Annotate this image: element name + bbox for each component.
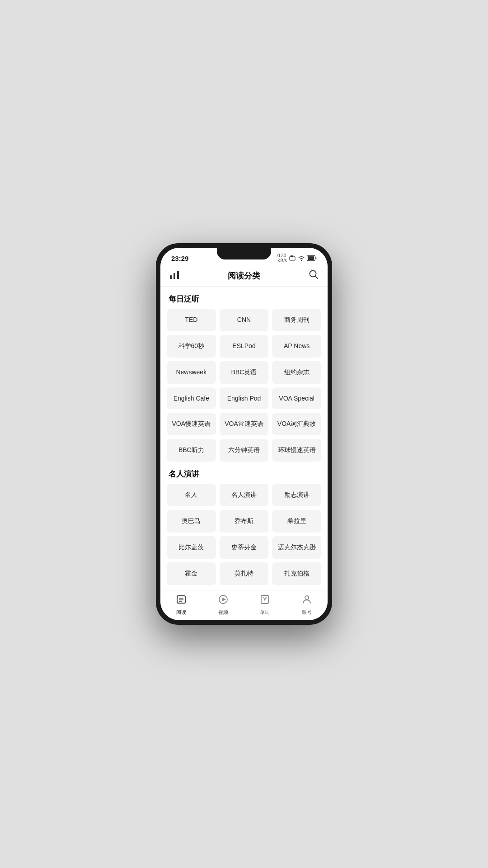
- battery-icon: [307, 255, 317, 261]
- status-time: 23:29: [171, 255, 188, 262]
- category-item[interactable]: 名人: [167, 484, 216, 506]
- category-item[interactable]: VOA慢速英语: [167, 413, 216, 435]
- svg-marker-14: [222, 598, 226, 601]
- svg-rect-1: [291, 255, 293, 257]
- category-item[interactable]: 环球慢速英语: [272, 439, 321, 462]
- category-item[interactable]: English Pod: [220, 387, 269, 409]
- category-item[interactable]: 科学60秒: [167, 335, 216, 358]
- read-icon: [176, 594, 187, 608]
- status-icons: 0.30KB/s: [277, 253, 317, 263]
- category-item[interactable]: 励志演讲: [272, 484, 321, 506]
- svg-point-16: [305, 596, 309, 599]
- nav-read-label: 阅读: [176, 609, 186, 616]
- section-title-celebrity-speeches: 名人演讲: [169, 469, 321, 479]
- category-item[interactable]: AP News: [272, 335, 321, 358]
- bottom-nav: 阅读 视频 单词 账号: [160, 590, 328, 620]
- svg-line-8: [315, 276, 318, 278]
- category-item[interactable]: Newsweek: [167, 361, 216, 384]
- category-item[interactable]: ESLPod: [220, 335, 269, 358]
- nav-word-label: 单词: [260, 609, 270, 616]
- category-item[interactable]: 莫扎特: [220, 562, 269, 585]
- top-nav: 阅读分类: [160, 266, 328, 287]
- sim-icon: [289, 255, 296, 262]
- nav-read[interactable]: 阅读: [176, 594, 187, 616]
- category-item[interactable]: BBC听力: [167, 439, 216, 462]
- category-item[interactable]: 扎克伯格: [272, 562, 321, 585]
- category-item[interactable]: VOA常速英语: [220, 413, 269, 435]
- category-item[interactable]: 奥巴马: [167, 510, 216, 533]
- section-grid-daily-listening: TEDCNN商务周刊科学60秒ESLPodAP NewsNewsweekBBC英…: [167, 309, 321, 462]
- section-grid-celebrity-speeches: 名人名人演讲励志演讲奥巴马乔布斯希拉里比尔盖茨史蒂芬金迈克尔杰克逊霍金莫扎特扎克…: [167, 484, 321, 585]
- category-item[interactable]: 史蒂芬金: [220, 536, 269, 559]
- nav-video-label: 视频: [218, 609, 228, 616]
- category-item[interactable]: 霍金: [167, 562, 216, 585]
- category-item[interactable]: VOA词汇典故: [272, 413, 321, 435]
- category-item[interactable]: CNN: [220, 309, 269, 331]
- category-item[interactable]: 名人演讲: [220, 484, 269, 506]
- nav-video[interactable]: 视频: [218, 594, 229, 616]
- svg-rect-3: [308, 256, 314, 260]
- category-item[interactable]: 迈克尔杰克逊: [272, 536, 321, 559]
- category-item[interactable]: 纽约杂志: [272, 361, 321, 384]
- category-item[interactable]: 希拉里: [272, 510, 321, 533]
- category-item[interactable]: 商务周刊: [272, 309, 321, 331]
- category-item[interactable]: VOA Special: [272, 387, 321, 409]
- stats-icon[interactable]: [169, 270, 179, 281]
- category-item[interactable]: 比尔盖茨: [167, 536, 216, 559]
- video-icon: [218, 594, 229, 608]
- wifi-icon: [298, 255, 305, 262]
- nav-account-label: 账号: [302, 609, 312, 616]
- svg-rect-4: [170, 275, 172, 279]
- svg-rect-6: [177, 271, 179, 279]
- content-area: 每日泛听TEDCNN商务周刊科学60秒ESLPodAP NewsNewsweek…: [160, 287, 328, 590]
- nav-word[interactable]: 单词: [259, 594, 270, 616]
- nav-account[interactable]: 账号: [301, 594, 312, 616]
- account-icon: [301, 594, 312, 608]
- section-title-daily-listening: 每日泛听: [169, 294, 321, 304]
- network-speed: 0.30KB/s: [277, 253, 287, 263]
- category-item[interactable]: 六分钟英语: [220, 439, 269, 462]
- search-icon[interactable]: [309, 269, 319, 282]
- category-item[interactable]: BBC英语: [220, 361, 269, 384]
- category-item[interactable]: English Cafe: [167, 387, 216, 409]
- category-item[interactable]: 乔布斯: [220, 510, 269, 533]
- category-item[interactable]: TED: [167, 309, 216, 331]
- page-title: 阅读分类: [228, 270, 260, 281]
- svg-rect-5: [174, 273, 175, 279]
- word-icon: [259, 594, 270, 608]
- svg-rect-0: [290, 256, 295, 260]
